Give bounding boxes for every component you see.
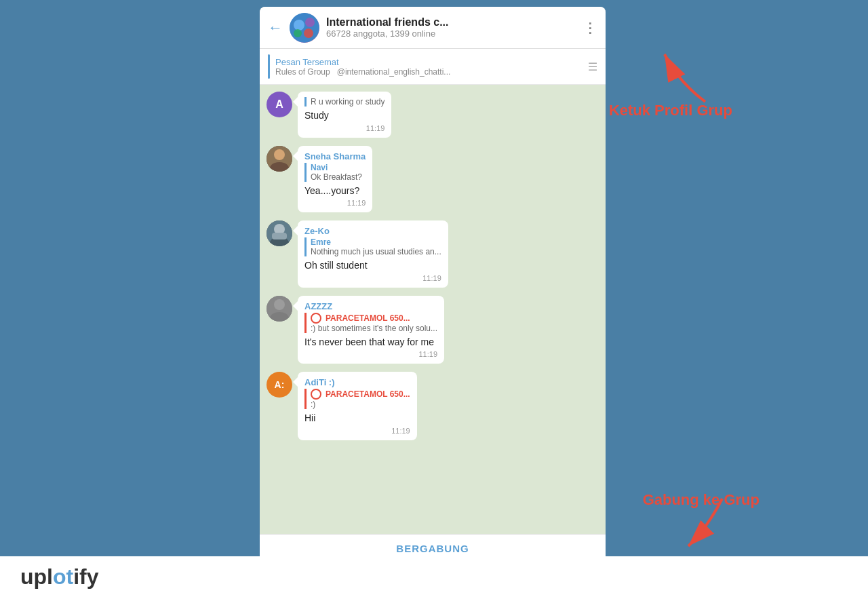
group-members: 66728 anggota, 1399 online [326, 28, 576, 39]
link-desc: :) but sometimes it's the only solu... [311, 324, 437, 333]
reply-quote: Navi Ok Breakfast? [304, 163, 366, 182]
reply-quote: Emre Nothing much jus usual studies an..… [304, 237, 441, 256]
chat-container: ← International friends c... 66728 anggo… [260, 7, 606, 563]
message-bubble: Ze-Ko Emre Nothing much jus usual studie… [298, 220, 448, 288]
brand-highlight: ot [53, 564, 73, 589]
message-time: 11:19 [304, 199, 366, 207]
link-preview: PARACETAMOL 650... :) but sometimes it's… [304, 313, 437, 333]
message-bubble: AdiTi :) PARACETAMOL 650... :) Hii 11:19 [298, 372, 417, 440]
table-row: AZZZZ PARACETAMOL 650... :) but sometime… [267, 296, 599, 364]
avatar: A: [267, 372, 292, 398]
pinned-menu-icon[interactable]: ☰ [588, 60, 597, 73]
message-text: Yea....yours? [304, 185, 366, 198]
pinned-content: Pesan Tersemat Rules of Group @internati… [275, 57, 583, 77]
group-avatar[interactable] [290, 13, 319, 43]
svg-point-3 [304, 28, 313, 38]
svg-point-11 [274, 299, 285, 310]
reply-author: Navi [311, 163, 366, 172]
join-button[interactable]: BERGABUNG [396, 543, 469, 554]
message-bubble: Sneha Sharma Navi Ok Breakfast? Yea....y… [298, 146, 372, 213]
message-bubble: AZZZZ PARACETAMOL 650... :) but sometime… [298, 296, 444, 364]
reply-quote: R u working or study [304, 97, 384, 107]
sender-name: Sneha Sharma [304, 151, 366, 161]
brand-dark: upl [20, 564, 53, 589]
message-bubble: R u working or study Study 11:19 [298, 92, 391, 138]
message-text: Oh still student [304, 259, 441, 273]
sender-name: AZZZZ [304, 301, 437, 311]
reply-text: Nothing much jus usual studies an... [311, 247, 441, 256]
chat-header: ← International friends c... 66728 anggo… [260, 7, 606, 49]
svg-point-6 [274, 149, 285, 160]
link-preview: PARACETAMOL 650... :) [304, 389, 410, 409]
message-text: It's never been that way for me [304, 336, 437, 349]
pinned-rules-label: Rules of Group [275, 67, 330, 77]
pinned-title: Pesan Tersemat [275, 57, 583, 67]
reply-author: Emre [311, 237, 441, 247]
pinned-bar-indicator [268, 54, 270, 79]
avatar [267, 296, 292, 322]
message-text: Hii [304, 412, 410, 425]
table-row: A R u working or study Study 11:19 [267, 92, 599, 138]
message-time: 11:19 [304, 274, 441, 282]
messages-area: A R u working or study Study 11:19 Sn [260, 85, 606, 534]
table-row: Ze-Ko Emre Nothing much jus usual studie… [267, 220, 599, 288]
message-time: 11:19 [304, 427, 410, 435]
svg-point-1 [294, 20, 304, 31]
brand-rest: ify [73, 564, 98, 589]
more-options-button[interactable]: ⋮ [583, 20, 597, 36]
link-icon [311, 313, 321, 324]
svg-point-0 [290, 13, 319, 43]
message-text: Study [304, 109, 384, 123]
pinned-subtitle: Rules of Group @international_english_ch… [275, 67, 583, 77]
group-name: International friends c... [326, 16, 576, 28]
svg-rect-9 [272, 233, 287, 239]
avatar [267, 220, 292, 246]
sender-name: AdiTi :) [304, 377, 410, 387]
avatar [267, 146, 292, 172]
ketuk-arrow-icon [637, 34, 719, 115]
reply-text: R u working or study [311, 97, 384, 107]
avatar: A [267, 92, 292, 117]
link-title: PARACETAMOL 650... [326, 313, 410, 323]
group-info: International friends c... 66728 anggota… [326, 16, 576, 39]
message-time: 11:19 [304, 124, 384, 132]
pinned-message-bar[interactable]: Pesan Tersemat Rules of Group @internati… [260, 49, 606, 85]
pinned-channel: @international_english_chatti... [337, 67, 451, 77]
sender-name: Ze-Ko [304, 226, 441, 236]
brand-text: uplotify [20, 564, 99, 590]
branding-bar: uplotify [0, 556, 868, 597]
table-row: A: AdiTi :) PARACETAMOL 650... :) Hii 11… [267, 372, 599, 440]
svg-point-2 [305, 18, 315, 27]
link-title: PARACETAMOL 650... [326, 389, 410, 399]
table-row: Sneha Sharma Navi Ok Breakfast? Yea....y… [267, 146, 599, 213]
reply-text: Ok Breakfast? [311, 172, 366, 182]
message-time: 11:19 [304, 350, 437, 358]
link-icon [311, 389, 321, 400]
link-desc: :) [311, 400, 410, 409]
back-button[interactable]: ← [268, 19, 283, 37]
svg-point-4 [294, 29, 302, 37]
gabung-arrow-icon [654, 492, 736, 560]
